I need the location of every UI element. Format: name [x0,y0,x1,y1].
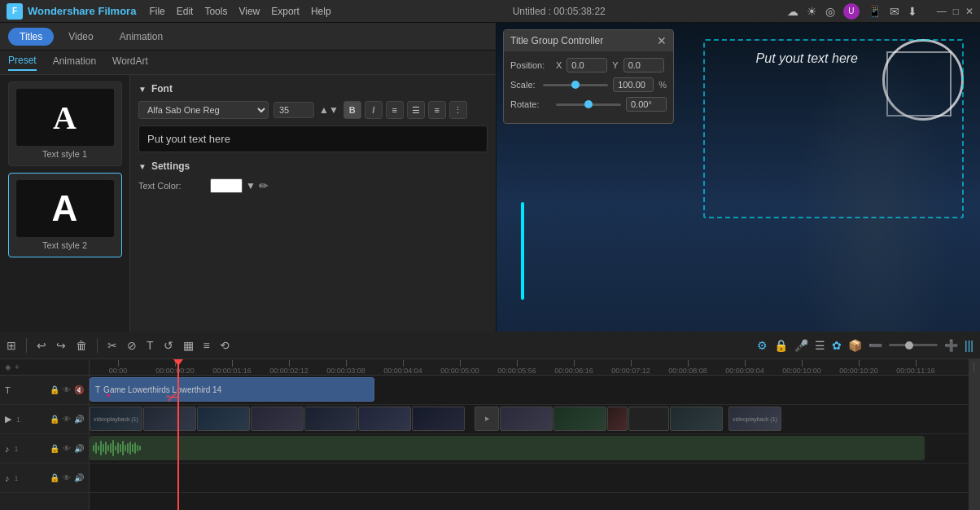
tl-magnet-icon[interactable]: ✿ [832,339,842,352]
tl-undo-icon[interactable]: ↩ [37,339,46,352]
align-right-button[interactable]: ≡ [428,101,446,119]
track-audio-eye[interactable]: 👁 [63,444,71,453]
app-logo-icon: F [7,3,23,20]
sub-tab-animation[interactable]: Animation [53,55,96,70]
bold-button[interactable]: B [343,101,361,119]
sun-icon[interactable]: ☀ [807,5,817,18]
track-video-eye[interactable]: 👁 [63,415,71,424]
tl-crop-icon[interactable]: ⊘ [127,339,137,352]
font-size-stepper[interactable]: ▲▼ [319,104,339,116]
font-family-select[interactable]: Alfa Sab One Reg [138,101,269,119]
user-icon[interactable]: U [843,3,860,20]
tgc-scale-slider[interactable] [543,84,608,86]
align-center-button[interactable]: ☰ [407,101,425,119]
menu-file[interactable]: File [149,6,164,17]
track-extra-volume[interactable]: 🔊 [74,473,84,482]
ruler-tick-14: 00:00:11:16 [887,360,944,375]
tl-grid-icon[interactable]: ⊞ [7,339,16,352]
align-left-button[interactable]: ≡ [386,101,404,119]
tgc-y-input[interactable] [623,58,664,73]
video-thumb-13 [670,407,723,431]
align-justify-button[interactable]: ⋮ [449,101,467,119]
mail-icon[interactable]: ✉ [890,5,899,18]
ruler-tick-9: 00:00:07:12 [602,360,659,375]
tl-lock-icon[interactable]: 🔒 [774,339,788,352]
tl-audio-icon[interactable]: ≡ [203,339,210,352]
track-video-controls: 🔒 👁 🔊 [50,415,84,424]
ruler-tick-12: 00:00:10:00 [773,360,830,375]
tl-expand-icon[interactable]: ||| [965,339,973,352]
tab-animation[interactable]: Animation [108,28,174,46]
tgc-close-button[interactable]: ✕ [657,34,667,47]
ruler-spacer-add[interactable]: + [15,363,20,372]
cloud-icon[interactable]: ☁ [787,5,798,18]
menu-tools[interactable]: Tools [204,6,227,17]
tgc-x-input[interactable] [567,58,607,73]
close-button[interactable]: ✕ [965,6,973,17]
tgc-rotate-slider[interactable] [556,103,621,106]
tl-zoom-in-icon[interactable]: ➕ [944,339,958,352]
tl-color-icon[interactable]: ▦ [183,339,194,352]
track-title-eye[interactable]: 👁 [63,385,71,394]
track-title-volume[interactable]: 🔇 [74,385,84,394]
tgc-scale-input[interactable] [613,77,654,92]
track-video-volume[interactable]: 🔊 [74,415,84,424]
tl-settings-icon[interactable]: ⚙ [757,339,768,352]
text-color-swatch[interactable] [210,178,243,193]
font-section-header[interactable]: ▼ Font [138,83,488,95]
tgc-header: Title Group Controller ✕ [504,30,673,51]
menu-help[interactable]: Help [311,6,331,17]
track-labels: ◈ + T 🔒 👁 🔇 ▶ 1 🔒 👁 🔊 [0,359,90,510]
tgc-rotate-input[interactable] [626,97,667,112]
menu-view[interactable]: View [238,6,260,17]
style-item-2[interactable]: A Text style 2 [8,173,122,257]
eyedropper-button[interactable]: ✏ [259,179,269,192]
track-extra-lock[interactable]: 🔒 [50,473,59,482]
download-icon[interactable]: ⬇ [908,5,917,18]
tl-split-icon[interactable]: 📦 [848,339,862,352]
tl-zoom-slider[interactable] [889,344,938,346]
menu-bar: F Wondershare Filmora File Edit Tools Vi… [0,0,980,23]
tl-layout-icon[interactable]: ☰ [815,339,825,352]
tab-video[interactable]: Video [57,28,104,46]
font-size-input[interactable] [273,102,314,118]
track-title-lock[interactable]: 🔒 [50,385,59,394]
top-icons: ☁ ☀ ◎ U 📱 ✉ ⬇ [787,3,917,20]
tgc-position-row: Position: X Y [510,58,667,73]
tl-text-icon[interactable]: T [147,339,154,352]
rt-scroll[interactable]: │ [972,363,977,372]
ruler-tick-5: 00:00:04:04 [374,360,431,375]
style-item-1[interactable]: A Text style 1 [8,81,122,166]
text-preview-area[interactable]: Put yout text here [138,125,488,152]
video-thumb-4 [251,407,304,431]
color-dropdown-arrow[interactable]: ▼ [246,180,256,191]
sub-tab-preset[interactable]: Preset [8,55,37,71]
maximize-button[interactable]: □ [953,6,959,17]
tgc-rotate-label: Rotate: [510,99,551,109]
tl-rotate-icon[interactable]: ↺ [164,339,173,352]
menu-export[interactable]: Export [271,6,300,17]
track-audio-volume[interactable]: 🔊 [74,444,84,453]
tl-delete-icon[interactable]: 🗑 [76,339,87,352]
tl-zoom-out-icon[interactable]: ➖ [868,339,882,352]
track-row-audio [90,434,969,464]
settings-section-header[interactable]: ▼ Settings [138,160,488,172]
menu-edit[interactable]: Edit [177,6,194,17]
device-icon[interactable]: 📱 [868,5,882,18]
tl-speed-icon[interactable]: ⟲ [220,339,230,352]
tgc-title: Title Group Controller [510,35,603,46]
tab-titles[interactable]: Titles [8,28,54,46]
tgc-scale-label: Scale: [510,80,538,90]
track-extra-eye[interactable]: 👁 [63,473,71,482]
headset-icon[interactable]: ◎ [825,5,835,18]
tl-cut-icon[interactable]: ✂ [107,339,117,352]
italic-button[interactable]: I [365,101,383,119]
sub-tab-wordart[interactable]: WordArt [112,55,148,70]
style-preview-1: A [16,89,114,146]
track-video-lock[interactable]: 🔒 [50,415,59,424]
clip-title[interactable]: T Game Lowerthirds Lowerthird 14 ♥ [90,377,374,402]
track-audio-lock[interactable]: 🔒 [50,444,59,453]
tl-mic-icon[interactable]: 🎤 [794,339,808,352]
minimize-button[interactable]: — [937,6,947,17]
tl-redo-icon[interactable]: ↪ [56,339,66,352]
